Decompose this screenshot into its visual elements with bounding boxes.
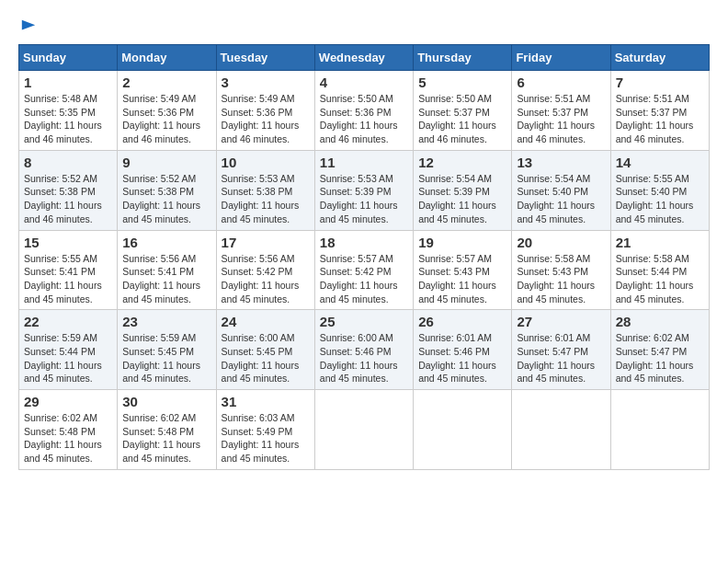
col-monday: Monday [118, 45, 216, 71]
day-info: Sunrise: 5:53 AMSunset: 5:38 PMDaylight:… [222, 173, 300, 224]
day-info: Sunrise: 5:56 AMSunset: 5:41 PMDaylight:… [122, 253, 200, 304]
day-number: 26 [418, 314, 506, 329]
logo [18, 18, 37, 35]
table-row: 11 Sunrise: 5:53 AMSunset: 5:39 PMDaylig… [314, 150, 413, 230]
table-row: 30 Sunrise: 6:02 AMSunset: 5:48 PMDaylig… [118, 390, 216, 470]
day-info: Sunrise: 6:01 AMSunset: 5:47 PMDaylight:… [517, 332, 595, 384]
day-number: 27 [517, 314, 605, 329]
table-row: 31 Sunrise: 6:03 AMSunset: 5:49 PMDaylig… [216, 390, 314, 470]
day-info: Sunrise: 5:58 AMSunset: 5:44 PMDaylight:… [616, 253, 694, 304]
table-row: 29 Sunrise: 6:02 AMSunset: 5:48 PMDaylig… [19, 390, 118, 470]
table-row: 22 Sunrise: 5:59 AMSunset: 5:44 PMDaylig… [19, 310, 118, 390]
calendar-week-row: 1 Sunrise: 5:48 AMSunset: 5:35 PMDayligh… [19, 71, 710, 151]
table-row: 18 Sunrise: 5:57 AMSunset: 5:42 PMDaylig… [314, 230, 413, 310]
day-number: 16 [122, 235, 210, 250]
table-row: 23 Sunrise: 5:59 AMSunset: 5:45 PMDaylig… [118, 310, 216, 390]
day-info: Sunrise: 5:59 AMSunset: 5:44 PMDaylight:… [24, 332, 102, 384]
table-row: 16 Sunrise: 5:56 AMSunset: 5:41 PMDaylig… [118, 230, 216, 310]
day-info: Sunrise: 5:55 AMSunset: 5:41 PMDaylight:… [24, 253, 102, 304]
day-number: 6 [517, 75, 605, 90]
table-row: 1 Sunrise: 5:48 AMSunset: 5:35 PMDayligh… [19, 71, 118, 151]
col-saturday: Saturday [610, 45, 709, 71]
day-info: Sunrise: 6:00 AMSunset: 5:45 PMDaylight:… [222, 332, 300, 384]
day-number: 8 [24, 155, 112, 170]
table-row: 8 Sunrise: 5:52 AMSunset: 5:38 PMDayligh… [19, 150, 118, 230]
table-row: 28 Sunrise: 6:02 AMSunset: 5:47 PMDaylig… [610, 310, 709, 390]
table-row: 2 Sunrise: 5:49 AMSunset: 5:36 PMDayligh… [118, 71, 216, 151]
day-number: 1 [24, 75, 112, 90]
table-row: 15 Sunrise: 5:55 AMSunset: 5:41 PMDaylig… [19, 230, 118, 310]
table-row: 27 Sunrise: 6:01 AMSunset: 5:47 PMDaylig… [512, 310, 610, 390]
day-number: 4 [320, 75, 408, 90]
day-number: 2 [122, 75, 210, 90]
day-number: 30 [122, 394, 210, 409]
table-row: 25 Sunrise: 6:00 AMSunset: 5:46 PMDaylig… [314, 310, 413, 390]
day-info: Sunrise: 5:58 AMSunset: 5:43 PMDaylight:… [517, 253, 595, 304]
day-number: 28 [616, 314, 704, 329]
day-number: 24 [222, 314, 310, 329]
day-number: 19 [418, 235, 506, 250]
day-info: Sunrise: 5:53 AMSunset: 5:39 PMDaylight:… [320, 173, 398, 224]
table-row [314, 390, 413, 470]
col-thursday: Thursday [414, 45, 512, 71]
col-tuesday: Tuesday [216, 45, 314, 71]
col-sunday: Sunday [19, 45, 118, 71]
day-number: 22 [24, 314, 112, 329]
table-row: 24 Sunrise: 6:00 AMSunset: 5:45 PMDaylig… [216, 310, 314, 390]
table-row [414, 390, 512, 470]
day-number: 12 [418, 155, 506, 170]
day-number: 20 [517, 235, 605, 250]
table-row: 26 Sunrise: 6:01 AMSunset: 5:46 PMDaylig… [414, 310, 512, 390]
table-row: 19 Sunrise: 5:57 AMSunset: 5:43 PMDaylig… [414, 230, 512, 310]
day-info: Sunrise: 6:03 AMSunset: 5:49 PMDaylight:… [222, 412, 300, 464]
table-row: 20 Sunrise: 5:58 AMSunset: 5:43 PMDaylig… [512, 230, 610, 310]
day-number: 18 [320, 235, 408, 250]
day-info: Sunrise: 6:02 AMSunset: 5:47 PMDaylight:… [616, 332, 694, 384]
svg-marker-0 [22, 20, 35, 30]
table-row [610, 390, 709, 470]
day-number: 7 [616, 75, 704, 90]
table-row: 13 Sunrise: 5:54 AMSunset: 5:40 PMDaylig… [512, 150, 610, 230]
day-number: 13 [517, 155, 605, 170]
day-info: Sunrise: 5:52 AMSunset: 5:38 PMDaylight:… [24, 173, 102, 224]
calendar-week-row: 15 Sunrise: 5:55 AMSunset: 5:41 PMDaylig… [19, 230, 710, 310]
calendar-week-row: 8 Sunrise: 5:52 AMSunset: 5:38 PMDayligh… [19, 150, 710, 230]
day-info: Sunrise: 5:57 AMSunset: 5:42 PMDaylight:… [320, 253, 398, 304]
day-info: Sunrise: 6:02 AMSunset: 5:48 PMDaylight:… [24, 412, 102, 464]
day-number: 10 [222, 155, 310, 170]
calendar-week-row: 29 Sunrise: 6:02 AMSunset: 5:48 PMDaylig… [19, 390, 710, 470]
table-row: 17 Sunrise: 5:56 AMSunset: 5:42 PMDaylig… [216, 230, 314, 310]
day-info: Sunrise: 5:51 AMSunset: 5:37 PMDaylight:… [517, 93, 595, 144]
table-row: 9 Sunrise: 5:52 AMSunset: 5:38 PMDayligh… [118, 150, 216, 230]
day-number: 29 [24, 394, 112, 409]
table-row: 10 Sunrise: 5:53 AMSunset: 5:38 PMDaylig… [216, 150, 314, 230]
day-info: Sunrise: 5:54 AMSunset: 5:40 PMDaylight:… [517, 173, 595, 224]
day-number: 5 [418, 75, 506, 90]
day-number: 15 [24, 235, 112, 250]
day-info: Sunrise: 5:50 AMSunset: 5:37 PMDaylight:… [418, 93, 496, 144]
header [18, 18, 710, 35]
day-info: Sunrise: 5:57 AMSunset: 5:43 PMDaylight:… [418, 253, 496, 304]
table-row: 6 Sunrise: 5:51 AMSunset: 5:37 PMDayligh… [512, 71, 610, 151]
day-info: Sunrise: 5:48 AMSunset: 5:35 PMDaylight:… [24, 93, 102, 144]
day-info: Sunrise: 6:00 AMSunset: 5:46 PMDaylight:… [320, 332, 398, 384]
day-info: Sunrise: 6:02 AMSunset: 5:48 PMDaylight:… [122, 412, 200, 464]
day-info: Sunrise: 5:51 AMSunset: 5:37 PMDaylight:… [616, 93, 694, 144]
col-friday: Friday [512, 45, 610, 71]
day-info: Sunrise: 5:56 AMSunset: 5:42 PMDaylight:… [222, 253, 300, 304]
day-number: 14 [616, 155, 704, 170]
day-info: Sunrise: 5:49 AMSunset: 5:36 PMDaylight:… [222, 93, 300, 144]
table-row [512, 390, 610, 470]
day-number: 3 [222, 75, 310, 90]
day-info: Sunrise: 5:49 AMSunset: 5:36 PMDaylight:… [122, 93, 200, 144]
logo-flag-icon [20, 18, 37, 35]
day-info: Sunrise: 5:54 AMSunset: 5:39 PMDaylight:… [418, 173, 496, 224]
table-row: 12 Sunrise: 5:54 AMSunset: 5:39 PMDaylig… [414, 150, 512, 230]
day-number: 9 [122, 155, 210, 170]
day-info: Sunrise: 5:50 AMSunset: 5:36 PMDaylight:… [320, 93, 398, 144]
table-row: 7 Sunrise: 5:51 AMSunset: 5:37 PMDayligh… [610, 71, 709, 151]
day-info: Sunrise: 5:59 AMSunset: 5:45 PMDaylight:… [122, 332, 200, 384]
calendar-table: Sunday Monday Tuesday Wednesday Thursday… [18, 44, 710, 470]
day-number: 31 [222, 394, 310, 409]
col-wednesday: Wednesday [314, 45, 413, 71]
